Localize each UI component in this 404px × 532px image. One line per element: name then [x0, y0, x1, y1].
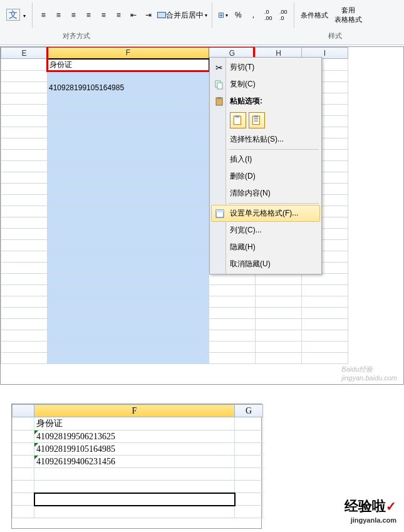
menu-hide-label: 隐藏(H) — [230, 242, 256, 253]
watermark: Baidu经验 jingyan.baidu.com — [341, 365, 397, 382]
menu-format-cells[interactable]: 设置单元格格式(F)... — [211, 205, 320, 222]
merge-center-label: 合并后居中 — [166, 10, 204, 21]
cell-F3[interactable]: 410928199105164985 — [34, 443, 235, 456]
menu-insert-label: 插入(I) — [230, 154, 252, 165]
menu-clear-label: 清除内容(N) — [230, 188, 271, 199]
cell[interactable] — [48, 229, 209, 240]
cell[interactable] — [48, 93, 209, 105]
comma-button[interactable]: , — [246, 8, 260, 22]
cell[interactable] — [48, 195, 209, 206]
svg-rect-13 — [216, 210, 224, 212]
cell[interactable] — [48, 342, 209, 353]
cell[interactable] — [48, 105, 209, 116]
cell-F2[interactable]: 410928199506213625 — [34, 430, 235, 443]
format-cells-icon — [214, 208, 225, 219]
decrease-indent-button[interactable]: ⇤ — [127, 8, 140, 22]
cell-F1[interactable]: 身份证 — [48, 59, 209, 71]
menu-delete-label: 删除(D) — [230, 171, 256, 182]
cell[interactable] — [48, 285, 209, 296]
active-cell[interactable] — [34, 493, 235, 506]
align-center-button[interactable]: ≡ — [51, 8, 65, 22]
alignment-group-label: 对齐方式 — [63, 30, 90, 42]
align-bottom-button[interactable]: ≡ — [111, 8, 125, 22]
cell[interactable] — [48, 319, 209, 330]
menu-clear[interactable]: 清除内容(N) — [211, 185, 320, 202]
menu-hide[interactable]: 隐藏(H) — [211, 239, 320, 256]
menu-copy-label: 复制(C) — [230, 79, 256, 90]
cell[interactable] — [48, 217, 209, 229]
conditional-format-button[interactable]: 条件格式 — [298, 9, 331, 21]
percent-button[interactable]: % — [231, 8, 245, 22]
cell[interactable] — [34, 481, 235, 493]
cell[interactable] — [48, 184, 209, 195]
menu-paste-options-label: 粘贴选项: — [230, 96, 262, 107]
cell[interactable] — [48, 150, 209, 161]
decrease-decimal-button[interactable]: .00.0 — [276, 8, 290, 22]
spreadsheet-area: E F G H I 身份证 410928199105164985 — [0, 46, 404, 385]
menu-column-width[interactable]: 列宽(C)... — [211, 222, 320, 239]
menu-paste-special-label: 选择性粘贴(S)... — [230, 134, 284, 145]
row-header-blank[interactable] — [13, 405, 34, 417]
cell[interactable] — [34, 506, 235, 518]
cell[interactable] — [48, 161, 209, 172]
menu-unhide-label: 取消隐藏(U) — [230, 259, 271, 269]
align-middle-button[interactable]: ≡ — [96, 8, 110, 22]
cell-F4[interactable]: 410926199406231456 — [34, 456, 235, 468]
column-header-F[interactable]: F — [48, 48, 209, 59]
cell[interactable] — [48, 296, 209, 308]
svg-rect-7 — [236, 115, 240, 117]
cell[interactable] — [48, 172, 209, 184]
svg-rect-9 — [254, 115, 259, 117]
paste-option-2[interactable] — [249, 112, 265, 128]
cell[interactable] — [48, 308, 209, 319]
cell[interactable] — [48, 71, 209, 82]
cell[interactable] — [34, 468, 235, 481]
separator — [32, 3, 33, 28]
menu-cut-label: 剪切(T) — [230, 62, 254, 73]
cell[interactable] — [48, 330, 209, 342]
context-menu: ✂ 剪切(T) 复制(C) 粘贴选项: 选择性粘贴(S)... — [209, 57, 322, 274]
align-right-button[interactable]: ≡ — [66, 8, 80, 22]
worksheet-grid-2[interactable]: F G 身份证 410928199506213625 4109281991051… — [12, 404, 263, 518]
copy-icon — [214, 79, 225, 90]
align-left-button[interactable]: ≡ — [36, 8, 50, 22]
cell[interactable] — [48, 116, 209, 127]
wrap-text-button[interactable]: 文 ▾ — [4, 8, 28, 22]
menu-copy[interactable]: 复制(C) — [211, 76, 320, 93]
column-header-G[interactable]: G — [235, 405, 263, 417]
scissors-icon: ✂ — [214, 62, 225, 73]
number-format-button[interactable]: ⊞▾ — [216, 8, 230, 22]
cell-F1[interactable]: 身份证 — [34, 417, 235, 430]
style-group-label: 样式 — [328, 30, 342, 42]
menu-format-cells-label: 设置单元格格式(F)... — [230, 208, 298, 219]
cell[interactable] — [48, 138, 209, 150]
cell[interactable] — [48, 263, 209, 274]
check-icon: ✓ — [386, 499, 396, 513]
menu-cut[interactable]: ✂ 剪切(T) — [211, 59, 320, 76]
align-top-button[interactable]: ≡ — [81, 8, 95, 22]
cell[interactable] — [48, 274, 209, 285]
menu-paste-special[interactable]: 选择性粘贴(S)... — [211, 131, 320, 148]
separator — [294, 3, 294, 28]
merge-center-button[interactable]: 合并后居中 ▾ — [157, 8, 208, 22]
cell-F3[interactable]: 410928199105164985 — [48, 82, 209, 93]
separator — [212, 3, 212, 28]
paste-option-1[interactable] — [230, 112, 246, 128]
cell[interactable] — [48, 127, 209, 138]
increase-indent-button[interactable]: ⇥ — [142, 8, 155, 22]
menu-delete[interactable]: 删除(D) — [211, 168, 320, 185]
menu-insert[interactable]: 插入(I) — [211, 151, 320, 168]
increase-decimal-button[interactable]: .0.00 — [261, 8, 275, 22]
column-header-E[interactable]: E — [1, 48, 48, 59]
column-header-F[interactable]: F — [34, 405, 235, 417]
spreadsheet-result: F G 身份证 410928199506213625 4109281991051… — [11, 404, 262, 529]
svg-rect-3 — [217, 83, 222, 89]
table-format-button[interactable]: 套用表格格式 — [332, 4, 365, 26]
svg-rect-5 — [217, 97, 221, 99]
cell[interactable] — [48, 206, 209, 217]
cell[interactable] — [48, 353, 209, 364]
cell[interactable] — [48, 251, 209, 263]
menu-unhide[interactable]: 取消隐藏(U) — [211, 256, 320, 273]
cell[interactable] — [48, 240, 209, 251]
ribbon-toolbar: 文 ▾ ≡ ≡ ≡ ≡ ≡ ≡ ⇤ ⇥ 合并后居中 ▾ ⊞▾ % , .0.00… — [0, 0, 404, 45]
